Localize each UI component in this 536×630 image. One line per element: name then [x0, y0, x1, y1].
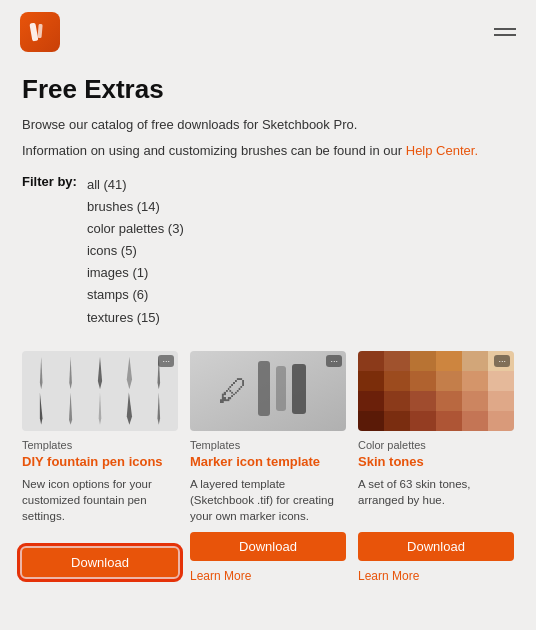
cards-grid: ∙∙∙ Templates DIY fountain pen icons New… [22, 351, 514, 583]
svg-rect-4 [292, 364, 306, 414]
app-logo [20, 12, 60, 52]
card-1-image: ∙∙∙ [22, 351, 178, 431]
card-2-desc: A layered template (Sketchbook .tif) for… [190, 476, 346, 524]
svg-rect-2 [258, 361, 270, 416]
filter-section: Filter by: all (41)brushes (14)color pal… [22, 174, 514, 329]
skin-tone-cell [410, 411, 436, 431]
main-content: Free Extras Browse our catalog of free d… [0, 64, 536, 603]
skin-tone-cell [410, 391, 436, 411]
skin-tone-cell [488, 411, 514, 431]
svg-rect-0 [29, 23, 38, 42]
skin-tones-visual [358, 351, 514, 431]
page-desc-2-text: Information on using and customizing bru… [22, 143, 402, 158]
card-2: ∙∙∙ Templates Marker icon template A lay… [190, 351, 346, 583]
filter-list: all (41)brushes (14)color palettes (3)ic… [87, 174, 184, 329]
skin-tone-cell [462, 351, 488, 371]
skin-tone-cell [358, 371, 384, 391]
card-2-learn-more-link[interactable]: Learn More [190, 569, 346, 583]
filter-option[interactable]: textures (15) [87, 307, 184, 329]
skin-tone-cell [358, 391, 384, 411]
filter-option[interactable]: stamps (6) [87, 284, 184, 306]
skin-tone-cell [384, 391, 410, 411]
card-1: ∙∙∙ Templates DIY fountain pen icons New… [22, 351, 178, 583]
filter-option[interactable]: icons (5) [87, 240, 184, 262]
filter-option[interactable]: all (41) [87, 174, 184, 196]
skin-tone-cell [488, 391, 514, 411]
skin-tone-cell [462, 391, 488, 411]
skin-tone-cell [410, 371, 436, 391]
skin-tone-cell [384, 411, 410, 431]
filter-option[interactable]: color palettes (3) [87, 218, 184, 240]
skin-tone-cell [358, 411, 384, 431]
skin-tone-cell [384, 371, 410, 391]
marker-visual [190, 351, 346, 431]
skin-tone-cell [488, 371, 514, 391]
svg-rect-3 [276, 366, 286, 411]
card-2-category: Templates [190, 439, 346, 451]
card-3: ∙∙∙ Color palettes Skin tones A set of 6… [358, 351, 514, 583]
card-3-desc: A set of 63 skin tones, arranged by hue. [358, 476, 514, 524]
filter-label: Filter by: [22, 174, 77, 329]
card-1-category: Templates [22, 439, 178, 451]
svg-rect-1 [37, 24, 42, 38]
skin-tone-cell [436, 411, 462, 431]
card-1-download-button[interactable]: Download [22, 548, 178, 577]
card-2-badge: ∙∙∙ [326, 355, 342, 367]
skin-tone-cell [384, 351, 410, 371]
card-2-image: ∙∙∙ [190, 351, 346, 431]
card-3-badge: ∙∙∙ [494, 355, 510, 367]
filter-option[interactable]: brushes (14) [87, 196, 184, 218]
skin-tone-cell [436, 351, 462, 371]
skin-tone-cell [436, 371, 462, 391]
page-desc-2: Information on using and customizing bru… [22, 141, 514, 161]
page-title: Free Extras [22, 74, 514, 105]
card-3-image: ∙∙∙ [358, 351, 514, 431]
page-desc-1: Browse our catalog of free downloads for… [22, 115, 514, 135]
card-3-category: Color palettes [358, 439, 514, 451]
card-1-desc: New icon options for your customized fou… [22, 476, 178, 540]
skin-tone-cell [436, 391, 462, 411]
skin-tone-cell [462, 411, 488, 431]
card-2-title: Marker icon template [190, 454, 346, 471]
marker-svg [248, 356, 318, 426]
skin-tone-cell [358, 351, 384, 371]
card-3-download-button[interactable]: Download [358, 532, 514, 561]
skin-tone-cell [410, 351, 436, 371]
menu-button[interactable] [494, 28, 516, 36]
card-1-badge: ∙∙∙ [158, 355, 174, 367]
card-2-download-button[interactable]: Download [190, 532, 346, 561]
header [0, 0, 536, 64]
help-center-link[interactable]: Help Center. [406, 143, 478, 158]
card-3-title: Skin tones [358, 454, 514, 471]
skin-tone-cell [462, 371, 488, 391]
card-3-learn-more-link[interactable]: Learn More [358, 569, 514, 583]
filter-option[interactable]: images (1) [87, 262, 184, 284]
pen-icons-visual [22, 351, 178, 431]
card-1-title: DIY fountain pen icons [22, 454, 178, 471]
